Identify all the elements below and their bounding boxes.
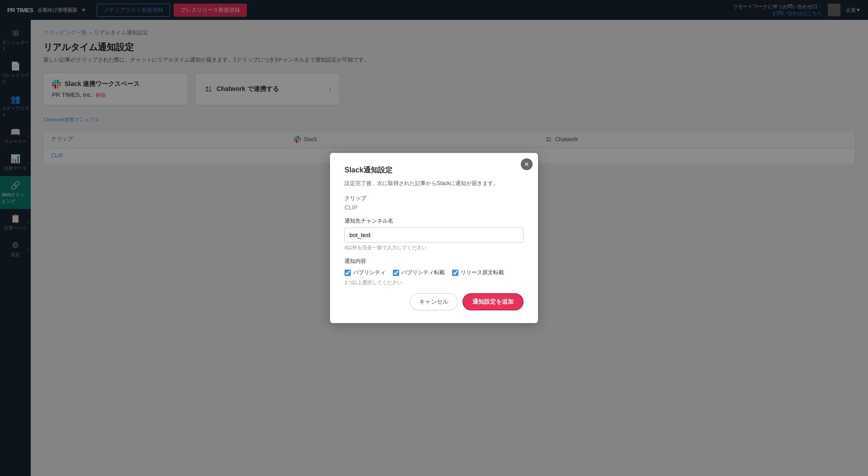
modal-channel-label: 通知先チャンネル名 — [344, 217, 524, 225]
modal-clip-label: クリップ — [344, 195, 524, 202]
modal-close-button[interactable]: ✕ — [521, 158, 533, 170]
modal-clip-value: CLIP — [344, 204, 524, 211]
modal-description: 設定完了後、次に取得された記事からSlackに通知が届きます。 — [344, 180, 524, 187]
checkbox-release-transfer[interactable]: リリース原文転載 — [452, 269, 504, 276]
cancel-button[interactable]: キャンセル — [410, 293, 458, 310]
checkbox-publicity-transfer-label: パブリシティ転載 — [401, 269, 445, 276]
checkbox-release-transfer-label: リリース原文転載 — [461, 269, 504, 276]
modal-overlay[interactable]: ✕ Slack通知設定 設定完了後、次に取得された記事からSlackに通知が届き… — [0, 0, 868, 476]
checkbox-publicity-transfer[interactable]: パブリシティ転載 — [393, 269, 445, 276]
modal-notification-label: 通知内容 — [344, 257, 524, 265]
modal-title: Slack通知設定 — [344, 166, 524, 175]
slack-notification-modal: ✕ Slack通知設定 設定完了後、次に取得された記事からSlackに通知が届き… — [330, 153, 538, 323]
modal-validation-hint: 1つ以上選択してください — [344, 279, 524, 286]
modal-checkboxes: パブリシティ パブリシティ転載 リリース原文転載 — [344, 269, 524, 276]
checkbox-release-transfer-input[interactable] — [452, 270, 458, 276]
submit-button[interactable]: 通知設定を追加 — [462, 293, 524, 310]
checkbox-publicity[interactable]: パブリシティ — [344, 269, 386, 276]
checkbox-publicity-label: パブリシティ — [353, 269, 386, 276]
checkbox-publicity-input[interactable] — [344, 270, 351, 276]
checkbox-publicity-transfer-input[interactable] — [393, 270, 399, 276]
modal-channel-hint: #以外を完全一致で入力してください — [344, 244, 524, 251]
modal-actions: キャンセル 通知設定を追加 — [344, 293, 524, 310]
channel-name-input[interactable] — [344, 228, 524, 243]
